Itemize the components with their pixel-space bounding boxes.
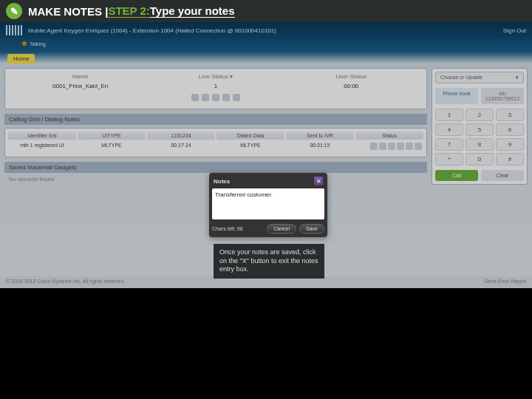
copyright: © 2010-2012 Cisco Systems Inc. All right… bbox=[6, 279, 126, 286]
th: UITYPE bbox=[78, 132, 146, 140]
roster-icon[interactable] bbox=[191, 94, 199, 101]
app-header: Mobile Agent Keygen Enriquez (1004) - Ex… bbox=[0, 22, 532, 38]
row-user: 00:00 bbox=[284, 83, 419, 89]
row-name: 0001_Price_Kald_En bbox=[13, 83, 148, 89]
title-suffix: Type your notes bbox=[150, 4, 235, 18]
error-report-link[interactable]: Send Error Report bbox=[484, 279, 526, 286]
key-2[interactable]: 2 bbox=[466, 109, 494, 121]
key-5[interactable]: 5 bbox=[466, 123, 494, 136]
action-icon[interactable] bbox=[388, 143, 395, 150]
note-icon: ✎ bbox=[6, 3, 22, 19]
notes-textarea[interactable]: Transferred customer. bbox=[212, 188, 324, 219]
tab-home[interactable]: Home bbox=[7, 54, 35, 64]
th: 1101234 bbox=[147, 132, 215, 140]
dialer-panel: Choose or Update ▾ Phone book tab 123456… bbox=[432, 68, 528, 185]
instruction-bar: ✎ MAKE NOTES | STEP 2: Type your notes bbox=[0, 0, 532, 22]
key-6[interactable]: 6 bbox=[496, 123, 524, 136]
key-0[interactable]: 0 bbox=[466, 153, 494, 166]
call-button[interactable]: Call bbox=[435, 170, 478, 181]
chevron-down-icon: ▾ bbox=[516, 75, 519, 81]
cancel-button[interactable]: Cancel bbox=[267, 224, 296, 233]
title-step: STEP 2: bbox=[108, 4, 149, 18]
tab-number[interactable]: tab 123456789012 bbox=[481, 88, 524, 104]
call-table: Identifier Ent UITYPE 1101234 Dialed Dat… bbox=[4, 128, 427, 157]
title-prefix: MAKE NOTES | bbox=[28, 5, 108, 18]
roster-panel: Name Line Status ▾ User Status 0001_Pric… bbox=[4, 68, 427, 109]
td: 00:31:15 bbox=[286, 141, 354, 151]
save-button[interactable]: Save bbox=[299, 224, 324, 233]
roster-icon[interactable] bbox=[202, 94, 209, 101]
action-icon[interactable] bbox=[370, 143, 378, 150]
action-icon[interactable] bbox=[406, 143, 413, 150]
td: mth 1 registered UI bbox=[8, 141, 76, 151]
status-text: Talking bbox=[30, 41, 46, 47]
col-user: User Status bbox=[284, 73, 419, 80]
th: Dialed Data bbox=[216, 132, 284, 140]
col-name: Name bbox=[13, 73, 148, 80]
sign-out-link[interactable]: Sign Out bbox=[503, 27, 526, 34]
td: 00 27 24 bbox=[147, 141, 215, 151]
th: Sent to IVR bbox=[286, 132, 354, 140]
instruction-tooltip: Once your notes are saved, click on the … bbox=[214, 244, 324, 279]
roster-icon[interactable] bbox=[212, 94, 219, 101]
key-star[interactable]: * bbox=[435, 153, 463, 166]
key-4[interactable]: 4 bbox=[435, 123, 463, 136]
key-1[interactable]: 1 bbox=[435, 109, 463, 121]
clear-button[interactable]: Clear bbox=[481, 170, 524, 181]
action-icon[interactable] bbox=[415, 143, 422, 150]
chars-left: Chars left: 98 bbox=[212, 226, 243, 231]
th: Status bbox=[355, 132, 423, 140]
key-9[interactable]: 9 bbox=[496, 138, 524, 151]
section-dialing: Calling Grid / Dialing Notes bbox=[4, 114, 427, 125]
section-voicemail: Saved Voicemail Gadgets bbox=[4, 162, 427, 173]
status-row: Talking bbox=[0, 38, 532, 49]
notes-dialog: Notes ✕ Transferred customer. Chars left… bbox=[209, 173, 327, 237]
select-label: Choose or Update bbox=[440, 75, 482, 81]
action-icon[interactable] bbox=[379, 143, 386, 150]
td: MLTYPE bbox=[78, 141, 146, 151]
key-7[interactable]: 7 bbox=[435, 138, 463, 151]
update-select[interactable]: Choose or Update ▾ bbox=[435, 72, 524, 83]
action-icon[interactable] bbox=[397, 143, 404, 150]
notes-title: Notes bbox=[214, 178, 230, 185]
roster-icons bbox=[8, 94, 423, 101]
tab-row: Home bbox=[0, 49, 532, 64]
col-line: Line Status ▾ bbox=[148, 73, 283, 80]
key-hash[interactable]: # bbox=[496, 153, 524, 166]
agent-title: Mobile Agent Keygen Enriquez (1004) - Ex… bbox=[28, 27, 276, 34]
key-8[interactable]: 8 bbox=[466, 138, 494, 151]
roster-icon[interactable] bbox=[233, 94, 240, 101]
close-icon[interactable]: ✕ bbox=[314, 177, 323, 185]
th: Identifier Ent bbox=[8, 132, 76, 140]
tab-phonebook[interactable]: Phone book bbox=[435, 88, 478, 104]
key-3[interactable]: 3 bbox=[496, 109, 524, 121]
row-line: 1 bbox=[148, 83, 283, 89]
row-actions bbox=[355, 141, 423, 151]
roster-icon[interactable] bbox=[222, 94, 230, 101]
cisco-logo bbox=[6, 25, 24, 35]
status-dot bbox=[22, 41, 27, 46]
td: MLTYPE bbox=[216, 141, 284, 151]
keypad: 1 2 3 4 5 6 7 8 9 * 0 # bbox=[435, 109, 524, 166]
